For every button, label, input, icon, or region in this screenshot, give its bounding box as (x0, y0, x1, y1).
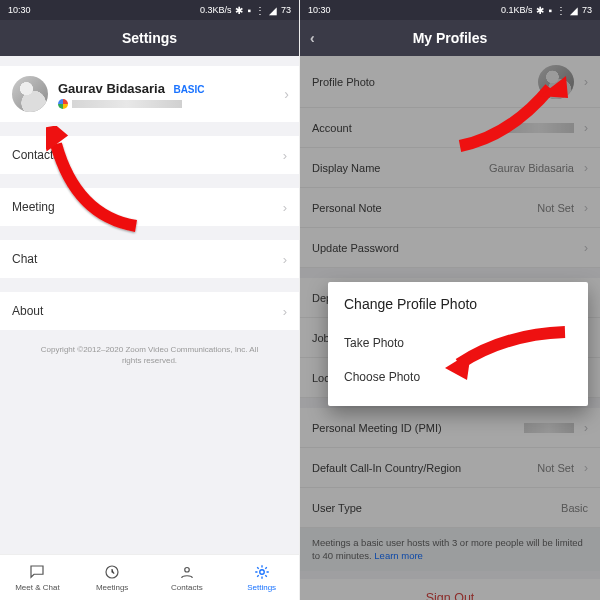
header: Settings (0, 20, 299, 56)
status-batt: 73 (582, 5, 592, 15)
profile-sub (58, 99, 205, 109)
bottom-tabs: Meet & Chat Meetings Contacts Settings (0, 554, 299, 600)
annotation-arrow (445, 324, 575, 394)
chat-icon (28, 563, 46, 581)
settings-body: Gaurav Bidasaria BASIC › Contacts › Meet… (0, 56, 299, 554)
clock-icon (103, 563, 121, 581)
phone-profile: 10:30 0.1KB/s ✱ ▪ ⋮ ◢ 73 ‹ My Profiles P… (300, 0, 600, 600)
dialog-title: Change Profile Photo (344, 296, 572, 312)
status-time: 10:30 (308, 5, 331, 15)
tab-settings[interactable]: Settings (224, 555, 299, 600)
profile-name: Gaurav Bidasaria (58, 81, 165, 96)
avatar (12, 76, 48, 112)
annotation-arrow (46, 126, 156, 236)
sim-icon: ▪ (247, 5, 251, 16)
row-label: Chat (12, 252, 37, 266)
tab-label: Meet & Chat (15, 583, 59, 592)
bluetooth-icon: ✱ (536, 5, 544, 16)
sim-icon: ▪ (548, 5, 552, 16)
chevron-right-icon: › (283, 148, 287, 163)
tab-meetings[interactable]: Meetings (75, 555, 150, 600)
status-right: 0.1KB/s ✱ ▪ ⋮ ◢ 73 (501, 5, 592, 16)
status-batt: 73 (281, 5, 291, 15)
status-bar: 10:30 0.1KB/s ✱ ▪ ⋮ ◢ 73 (300, 0, 600, 20)
wifi-icon: ⋮ (556, 5, 566, 16)
row-about[interactable]: About › (0, 292, 299, 330)
chevron-right-icon: › (284, 86, 289, 102)
bluetooth-icon: ✱ (235, 5, 243, 16)
svg-point-2 (185, 568, 190, 573)
svg-marker-5 (445, 352, 471, 380)
status-net: 0.3KB/s (200, 5, 232, 15)
tab-label: Meetings (96, 583, 128, 592)
chevron-right-icon: › (283, 252, 287, 267)
profile-body: Profile Photo › Account › Display Name G… (300, 56, 600, 600)
tab-label: Settings (247, 583, 276, 592)
annotation-arrow (450, 76, 570, 156)
back-button[interactable]: ‹ (310, 30, 315, 46)
google-icon (58, 99, 68, 109)
wifi-icon: ⋮ (255, 5, 265, 16)
phone-settings: 10:30 0.3KB/s ✱ ▪ ⋮ ◢ 73 Settings Gaurav… (0, 0, 300, 600)
profile-email-blurred (72, 100, 182, 108)
status-time: 10:30 (8, 5, 31, 15)
chevron-right-icon: › (283, 200, 287, 215)
contacts-icon (178, 563, 196, 581)
chevron-right-icon: › (283, 304, 287, 319)
header-title: My Profiles (413, 30, 488, 46)
svg-point-3 (259, 570, 264, 575)
status-net: 0.1KB/s (501, 5, 533, 15)
copyright-text: Copyright ©2012–2020 Zoom Video Communic… (0, 330, 299, 380)
row-chat[interactable]: Chat › (0, 240, 299, 278)
header: ‹ My Profiles (300, 20, 600, 56)
tab-meet-chat[interactable]: Meet & Chat (0, 555, 75, 600)
profile-badge: BASIC (173, 84, 204, 95)
gear-icon (253, 563, 271, 581)
tab-label: Contacts (171, 583, 203, 592)
profile-text: Gaurav Bidasaria BASIC (58, 79, 205, 109)
profile-card[interactable]: Gaurav Bidasaria BASIC › (0, 66, 299, 122)
status-right: 0.3KB/s ✱ ▪ ⋮ ◢ 73 (200, 5, 291, 16)
signal-icon: ◢ (269, 5, 277, 16)
row-label: About (12, 304, 43, 318)
status-bar: 10:30 0.3KB/s ✱ ▪ ⋮ ◢ 73 (0, 0, 299, 20)
header-title: Settings (122, 30, 177, 46)
signal-icon: ◢ (570, 5, 578, 16)
tab-contacts[interactable]: Contacts (150, 555, 225, 600)
